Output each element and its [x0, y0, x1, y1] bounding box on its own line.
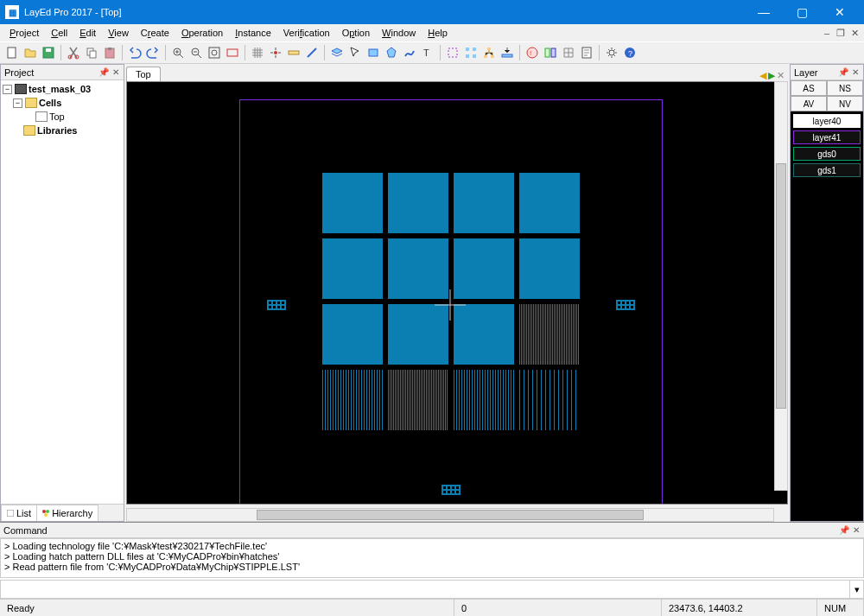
tab-hierarchy[interactable]: Hierarchy [36, 505, 98, 521]
help-button[interactable]: ? [621, 44, 638, 61]
ruler-button[interactable] [285, 44, 302, 61]
status-zero: 0 [454, 600, 662, 616]
hierarchy-button[interactable] [480, 44, 498, 61]
menu-create[interactable]: Create [135, 26, 175, 40]
tree-collapse-icon[interactable]: − [3, 85, 12, 94]
zoom-window-button[interactable] [224, 44, 241, 61]
measure-button[interactable] [303, 44, 321, 61]
layer-item[interactable]: gds1 [793, 163, 861, 177]
tree-root[interactable]: − test_mask_03 [3, 82, 122, 96]
tree-libraries[interactable]: Libraries [3, 124, 122, 137]
select-button[interactable] [346, 44, 364, 61]
redo-button[interactable] [144, 44, 162, 61]
open-button[interactable] [22, 44, 39, 61]
close-button[interactable]: ✕ [821, 0, 859, 24]
alignment-mark [616, 300, 635, 310]
svg-text:T: T [423, 48, 429, 58]
menu-option[interactable]: Option [336, 26, 376, 40]
report-button[interactable] [578, 44, 595, 61]
command-dropdown-icon[interactable]: ▾ [849, 581, 863, 598]
settings-button[interactable] [603, 44, 620, 61]
project-tree[interactable]: − test_mask_03 − Cells Top Libraries [1, 80, 124, 504]
document-tabs: Top ◀ ▶ ✕ [124, 64, 790, 81]
mdi-close-icon[interactable]: ✕ [848, 27, 861, 39]
menu-operation[interactable]: Operation [175, 26, 229, 40]
copy-button[interactable] [83, 44, 100, 61]
save-button[interactable] [40, 44, 57, 61]
command-input[interactable] [1, 581, 849, 598]
zoom-in-button[interactable] [169, 44, 187, 61]
svg-rect-25 [491, 55, 494, 58]
lvs-button[interactable] [542, 44, 559, 61]
rectangle-button[interactable] [365, 44, 382, 61]
layer-item[interactable]: gds0 [793, 147, 861, 161]
vertical-scrollbar[interactable] [774, 81, 788, 491]
svg-rect-35 [7, 510, 14, 517]
snap-button[interactable] [267, 44, 284, 61]
tree-collapse-icon[interactable]: − [13, 98, 22, 108]
layer-ns-button[interactable]: NS [827, 80, 863, 96]
command-panel: Command 📌 ✕ > Loading technology file 'C… [0, 522, 864, 599]
menu-view[interactable]: View [102, 26, 135, 40]
tab-nav-next-icon[interactable]: ▶ [768, 70, 775, 81]
zoom-fit-button[interactable] [206, 44, 223, 61]
menu-window[interactable]: Window [376, 26, 422, 40]
mdi-restore-icon[interactable]: ❐ [835, 27, 847, 39]
layout-canvas[interactable] [126, 81, 788, 505]
tab-list[interactable]: List [1, 505, 37, 521]
tree-top[interactable]: Top [3, 110, 122, 124]
panel-pin-icon[interactable]: 📌 [98, 67, 110, 79]
undo-button[interactable] [126, 44, 143, 61]
svg-rect-6 [90, 51, 96, 58]
svg-text:!: ! [530, 49, 531, 57]
panel-close-icon[interactable]: ✕ [110, 67, 122, 79]
menu-verification[interactable]: Verification [277, 26, 336, 40]
command-log[interactable]: > Loading technology file 'C:¥Mask¥test¥… [0, 538, 864, 578]
disk-icon [15, 84, 27, 94]
horizontal-scrollbar[interactable] [126, 508, 774, 522]
layer-nv-button[interactable]: NV [827, 96, 863, 111]
svg-point-12 [212, 50, 217, 55]
tab-nav-close-icon[interactable]: ✕ [777, 70, 785, 81]
svg-rect-21 [466, 54, 469, 58]
layer-av-button[interactable]: AV [791, 96, 827, 111]
scrollbar-thumb[interactable] [776, 163, 786, 408]
panel-close-icon[interactable]: ✕ [849, 67, 861, 79]
path-button[interactable] [401, 44, 418, 61]
layer-toggle-button[interactable] [328, 44, 346, 61]
minimize-button[interactable]: — [745, 0, 783, 24]
panel-pin-icon[interactable]: 📌 [837, 67, 849, 79]
tab-nav-prev-icon[interactable]: ◀ [759, 70, 766, 81]
array-button[interactable] [462, 44, 480, 61]
doc-tab-top[interactable]: Top [126, 67, 161, 81]
cut-button[interactable] [65, 44, 82, 61]
tree-cells[interactable]: − Cells [3, 96, 122, 110]
svg-rect-19 [466, 48, 469, 51]
menu-instance[interactable]: Instance [229, 26, 277, 40]
polygon-button[interactable] [383, 44, 400, 61]
zoom-out-button[interactable] [187, 44, 205, 61]
drc-button[interactable]: ! [524, 44, 541, 61]
text-button[interactable]: T [419, 44, 436, 61]
menu-help[interactable]: Help [422, 26, 454, 40]
layer-item[interactable]: layer41 [793, 130, 861, 144]
layer-as-button[interactable]: AS [791, 80, 827, 96]
panel-close-icon[interactable]: ✕ [850, 524, 862, 537]
scrollbar-thumb[interactable] [257, 510, 645, 520]
layer-item[interactable]: layer40 [793, 114, 861, 128]
mdi-minimize-icon[interactable]: – [821, 27, 833, 39]
maximize-button[interactable]: ▢ [783, 0, 821, 24]
extract-button[interactable] [560, 44, 577, 61]
menu-edit[interactable]: Edit [73, 26, 102, 40]
menu-project[interactable]: Project [3, 26, 45, 40]
flatten-button[interactable] [499, 44, 516, 61]
layout-cell-hatched [322, 370, 383, 430]
menu-cell[interactable]: Cell [45, 26, 73, 40]
panel-pin-icon[interactable]: 📌 [838, 524, 850, 537]
new-button[interactable] [3, 44, 21, 61]
instance-button[interactable] [444, 44, 461, 61]
layer-panel: Layer 📌 ✕ AS NS AV NV layer40 layer41 gd… [790, 64, 864, 522]
paste-button[interactable] [101, 44, 118, 61]
grid-button[interactable] [249, 44, 266, 61]
tree-cells-label: Cells [39, 98, 61, 108]
